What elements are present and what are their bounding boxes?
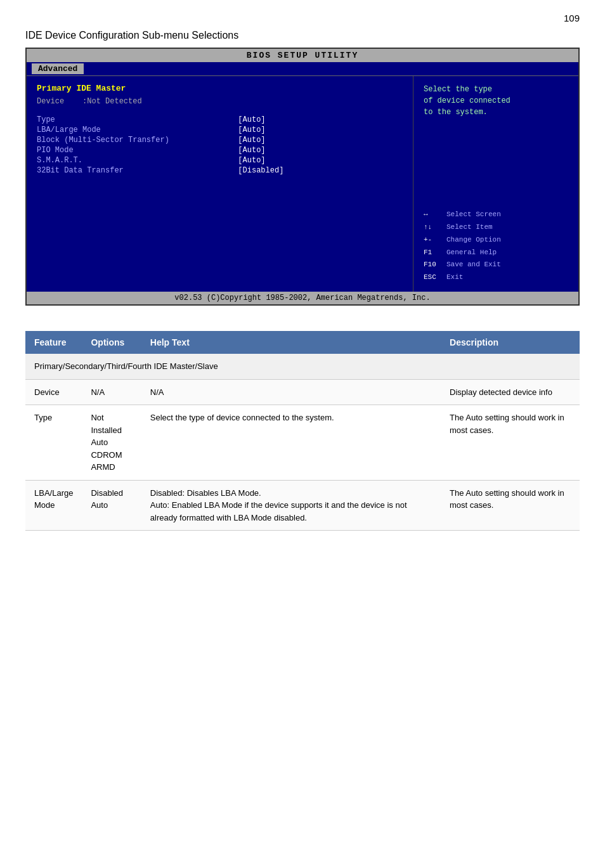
table-row: LBA/Large ModeDisabled AutoDisabled: Dis… (25, 480, 580, 531)
bios-key: ↔ (424, 209, 443, 221)
page-number: 109 (25, 13, 580, 23)
bios-setting-row: S.M.A.R.T.[Auto] (37, 155, 403, 165)
bios-screenshot: BIOS SETUP UTILITY Advanced Primary IDE … (25, 48, 580, 306)
td-options: N/A (82, 379, 141, 405)
bios-setting-value: [Auto] (238, 115, 403, 125)
table-row: DeviceN/AN/ADisplay detected device info (25, 379, 580, 405)
bios-key: ESC (424, 271, 443, 284)
bios-key-desc: General Help (446, 247, 497, 259)
bios-setting-row: LBA/Large Mode[Auto] (37, 125, 403, 135)
table-row: TypeNot Installed Auto CDROM ARMDSelect … (25, 405, 580, 481)
bios-setting-row: Type[Auto] (37, 115, 403, 125)
bios-setting-label: PIO Mode (37, 145, 238, 155)
bios-title-bar: BIOS SETUP UTILITY (27, 49, 578, 62)
bios-setting-label: Block (Multi-Sector Transfer) (37, 135, 238, 145)
bios-key-desc: Change Option (446, 234, 501, 247)
td-help-text: Disabled: Disables LBA Mode. Auto: Enabl… (141, 480, 441, 531)
bios-key-desc: Select Item (446, 221, 493, 234)
bios-key-row: F1General Help (424, 247, 568, 259)
td-help-text: Select the type of device connected to t… (141, 405, 441, 481)
bios-key: F1 (424, 247, 443, 259)
td-description: Display detected device info (441, 379, 580, 405)
bios-tab-bar: Advanced (27, 62, 578, 76)
bios-setting-row: PIO Mode[Auto] (37, 145, 403, 155)
table-group-label: Primary/Secondary/Third/Fourth IDE Maste… (25, 354, 580, 379)
bios-setting-label: LBA/Large Mode (37, 125, 238, 135)
col-help-text: Help Text (141, 331, 441, 354)
section-heading: IDE Device Configuration Sub-menu Select… (25, 30, 580, 41)
bios-left-panel: Primary IDE Master Device :Not Detected … (27, 76, 413, 292)
feature-table: Feature Options Help Text Description Pr… (25, 331, 580, 531)
table-body: Primary/Secondary/Third/Fourth IDE Maste… (25, 354, 580, 531)
td-help-text: N/A (141, 379, 441, 405)
bios-key-desc: Select Screen (446, 209, 501, 221)
bios-footer: v02.53 (C)Copyright 1985-2002, American … (27, 292, 578, 304)
table-group-row: Primary/Secondary/Third/Fourth IDE Maste… (25, 354, 580, 379)
bios-key-row: +-Change Option (424, 234, 568, 247)
col-description: Description (441, 331, 580, 354)
bios-setting-label: Type (37, 115, 238, 125)
bios-body: Primary IDE Master Device :Not Detected … (27, 76, 578, 292)
td-feature: LBA/Large Mode (25, 480, 82, 531)
bios-key-row: ↔Select Screen (424, 209, 568, 221)
bios-setting-label: 32Bit Data Transfer (37, 165, 238, 176)
bios-setting-value: [Disabled] (238, 165, 403, 176)
bios-tab-advanced: Advanced (32, 63, 84, 74)
bios-key-row: ↑↓Select Item (424, 221, 568, 234)
col-options: Options (82, 331, 141, 354)
td-description: The Auto setting should work in most cas… (441, 480, 580, 531)
bios-device-line: Device :Not Detected (37, 97, 403, 106)
td-options: Not Installed Auto CDROM ARMD (82, 405, 141, 481)
bios-key: +- (424, 234, 443, 247)
bios-keys: ↔Select Screen↑↓Select Item+-Change Opti… (424, 209, 568, 284)
td-feature: Type (25, 405, 82, 481)
bios-setting-label: S.M.A.R.T. (37, 155, 238, 165)
bios-key: ↑↓ (424, 221, 443, 234)
col-feature: Feature (25, 331, 82, 354)
bios-key-desc: Exit (446, 271, 463, 284)
td-options: Disabled Auto (82, 480, 141, 531)
bios-device-label: Device (37, 97, 64, 106)
bios-key-row: F10Save and Exit (424, 259, 568, 271)
td-description: The Auto setting should work in most cas… (441, 405, 580, 481)
bios-help-text: Select the type of device connected to t… (424, 84, 568, 118)
bios-section-title: Primary IDE Master (37, 84, 403, 93)
bios-setting-row: Block (Multi-Sector Transfer)[Auto] (37, 135, 403, 145)
bios-setting-value: [Auto] (238, 125, 403, 135)
td-feature: Device (25, 379, 82, 405)
bios-setting-row: 32Bit Data Transfer[Disabled] (37, 165, 403, 176)
bios-right-panel: Select the type of device connected to t… (413, 76, 578, 292)
table-header: Feature Options Help Text Description (25, 331, 580, 354)
bios-setting-value: [Auto] (238, 145, 403, 155)
bios-settings-table: Type[Auto]LBA/Large Mode[Auto]Block (Mul… (37, 115, 403, 176)
bios-key-row: ESCExit (424, 271, 568, 284)
table-header-row: Feature Options Help Text Description (25, 331, 580, 354)
bios-key: F10 (424, 259, 443, 271)
bios-key-desc: Save and Exit (446, 259, 501, 271)
bios-setting-value: [Auto] (238, 135, 403, 145)
bios-setting-value: [Auto] (238, 155, 403, 165)
bios-device-value: :Not Detected (82, 97, 142, 106)
